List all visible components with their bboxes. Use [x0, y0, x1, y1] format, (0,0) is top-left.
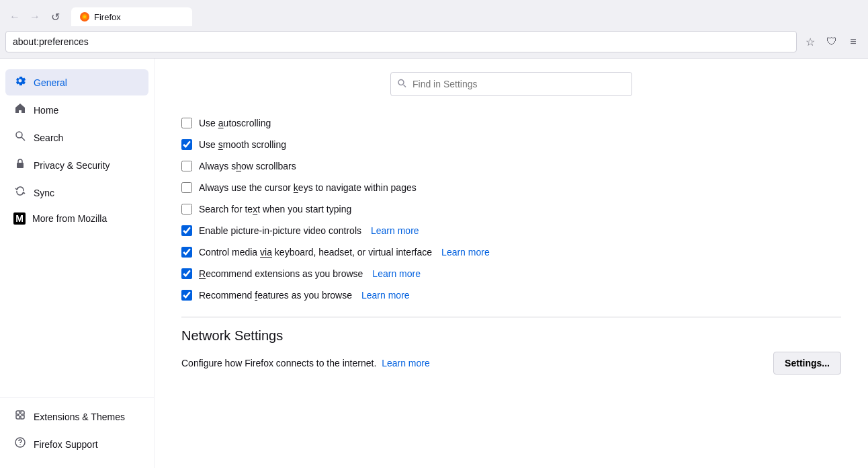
forward-button[interactable]: →: [26, 7, 44, 26]
sidebar-nav: General Home Search: [0, 69, 154, 392]
active-tab[interactable]: Firefox: [71, 7, 192, 26]
gear-icon: [13, 75, 27, 90]
checkbox-recommend-features-input[interactable]: [181, 290, 192, 301]
checkbox-recommend-extensions: Recommend extensions as you browse Learn…: [181, 263, 841, 284]
checkbox-search-text: Search for text when you start typing: [181, 198, 841, 220]
find-settings-input[interactable]: [390, 72, 632, 96]
section-divider: [181, 317, 841, 317]
address-text: about:preferences: [13, 36, 89, 47]
checkbox-smooth-scrolling-input[interactable]: [181, 139, 192, 150]
checkbox-recommend-extensions-label[interactable]: Recommend extensions as you browse: [199, 268, 363, 279]
svg-point-2: [83, 15, 86, 18]
checkbox-cursor-keys: Always use the cursor keys to navigate w…: [181, 177, 841, 198]
firefox-logo-icon: [79, 11, 90, 22]
extensions-icon: [13, 409, 27, 424]
sidebar-item-home[interactable]: Home: [5, 97, 148, 123]
checkbox-search-text-input[interactable]: [181, 204, 192, 214]
network-row: Configure how Firefox connects to the in…: [181, 352, 841, 375]
checkbox-media-keys-label[interactable]: Control media via keyboard, headset, or …: [199, 247, 432, 258]
svg-rect-5: [17, 163, 24, 168]
find-settings-wrapper: [390, 72, 632, 96]
settings-content: Use autoscrolling Use smooth scrolling A…: [155, 58, 868, 468]
tab-label: Firefox: [94, 12, 121, 22]
checkbox-pip-input[interactable]: [181, 225, 192, 236]
sidebar-item-label-general: General: [34, 77, 67, 88]
sidebar-item-search[interactable]: Search: [5, 124, 148, 151]
checkbox-scrollbars-label[interactable]: Always show scrollbars: [199, 161, 296, 171]
bookmark-button[interactable]: ☆: [801, 32, 820, 51]
sidebar-bottom: Extensions & Themes Firefox Support: [0, 397, 154, 457]
address-bar-row: about:preferences ☆ 🛡 ≡: [0, 28, 868, 58]
checkbox-smooth-scrolling-label[interactable]: Use smooth scrolling: [199, 139, 286, 150]
browser-chrome: ← → ↺ Firefox about:preferences ☆ 🛡 ≡: [0, 0, 868, 58]
sidebar-item-label-sync: Sync: [34, 188, 54, 198]
checkbox-search-text-label[interactable]: Search for text when you start typing: [199, 204, 351, 214]
learn-more-pip[interactable]: Learn more: [371, 225, 419, 236]
checkbox-cursor-keys-label[interactable]: Always use the cursor keys to navigate w…: [199, 182, 417, 193]
reload-button[interactable]: ↺: [46, 7, 64, 26]
checkbox-pip: Enable picture-in-picture video controls…: [181, 220, 841, 241]
nav-buttons: ← → ↺: [5, 7, 64, 26]
sidebar-item-mozilla[interactable]: M More from Mozilla: [5, 207, 148, 230]
network-settings-button[interactable]: Settings...: [773, 352, 841, 375]
lock-icon: [13, 157, 27, 173]
svg-point-3: [16, 132, 22, 138]
mozilla-icon: M: [13, 212, 26, 225]
shield-button[interactable]: 🛡: [822, 32, 841, 51]
sync-icon: [13, 185, 27, 200]
toolbar-icons: ☆ 🛡 ≡: [801, 32, 863, 51]
checkbox-recommend-features: Recommend features as you browse Learn m…: [181, 284, 841, 306]
checkbox-autoscrolling: Use autoscrolling: [181, 112, 841, 134]
back-button[interactable]: ←: [5, 7, 24, 26]
checkbox-autoscrolling-label[interactable]: Use autoscrolling: [199, 118, 271, 128]
main-content: General Home Search: [0, 58, 868, 468]
sidebar-item-general[interactable]: General: [5, 69, 148, 95]
sidebar-item-label-extensions: Extensions & Themes: [34, 412, 125, 422]
learn-more-extensions[interactable]: Learn more: [372, 268, 421, 279]
checkbox-recommend-features-label[interactable]: Recommend features as you browse: [199, 290, 352, 301]
network-description: Configure how Firefox connects to the in…: [181, 358, 430, 368]
sidebar-item-extensions[interactable]: Extensions & Themes: [5, 403, 148, 430]
sidebar-item-label-support: Firefox Support: [34, 439, 98, 450]
checkbox-media-keys-input[interactable]: [181, 247, 192, 258]
sidebar: General Home Search: [0, 58, 155, 468]
sidebar-item-label-home: Home: [34, 105, 58, 116]
learn-more-media[interactable]: Learn more: [441, 247, 490, 258]
checkbox-autoscrolling-input[interactable]: [181, 118, 192, 128]
checkbox-pip-label[interactable]: Enable picture-in-picture video controls: [199, 225, 361, 236]
checkbox-scrollbars: Always show scrollbars: [181, 155, 841, 177]
sidebar-item-label-mozilla: More from Mozilla: [32, 213, 107, 224]
menu-button[interactable]: ≡: [844, 32, 863, 51]
checkbox-media-keys: Control media via keyboard, headset, or …: [181, 241, 841, 263]
tab-bar: ← → ↺ Firefox: [0, 0, 868, 28]
learn-more-features[interactable]: Learn more: [361, 290, 410, 301]
help-icon: [13, 436, 27, 452]
sidebar-item-privacy[interactable]: Privacy & Security: [5, 152, 148, 178]
network-section-title: Network Settings: [181, 328, 841, 344]
address-bar[interactable]: about:preferences: [5, 31, 797, 52]
sidebar-item-sync[interactable]: Sync: [5, 180, 148, 206]
sidebar-item-label-search: Search: [34, 132, 63, 143]
home-icon: [13, 102, 27, 118]
svg-line-4: [21, 137, 25, 141]
checkbox-scrollbars-input[interactable]: [181, 161, 192, 171]
search-icon: [13, 130, 27, 145]
checkbox-smooth-scrolling: Use smooth scrolling: [181, 134, 841, 155]
checkbox-cursor-keys-input[interactable]: [181, 182, 192, 193]
learn-more-network[interactable]: Learn more: [382, 358, 430, 368]
sidebar-item-support[interactable]: Firefox Support: [5, 431, 148, 457]
sidebar-item-label-privacy: Privacy & Security: [34, 160, 110, 171]
checkbox-recommend-extensions-input[interactable]: [181, 268, 192, 279]
find-settings-row: [181, 72, 841, 96]
